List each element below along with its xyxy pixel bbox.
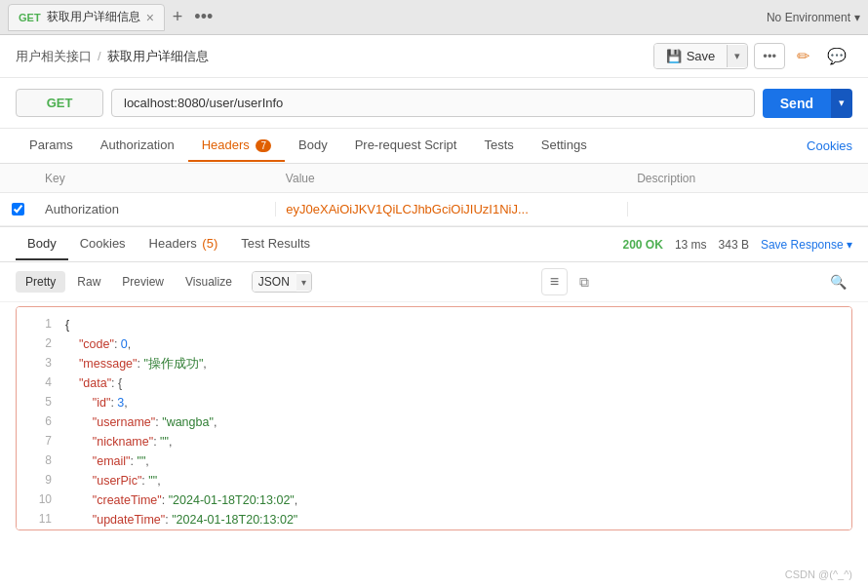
code-line: 10 "createTime": "2024-01-18T20:13:02", — [17, 490, 851, 510]
response-tabs: Body Cookies Headers (5) Test Results 20… — [0, 227, 868, 262]
save-button-group: 💾 Save ▾ — [653, 43, 749, 69]
save-dropdown-button[interactable]: ▾ — [727, 45, 747, 67]
format-select-wrap: JSON XML HTML Text ▾ — [252, 271, 312, 293]
toolbar-more-button[interactable]: ••• — [754, 43, 785, 69]
send-button-group: Send ▾ — [763, 89, 852, 118]
url-bar: GET POST PUT DELETE PATCH Send ▾ — [0, 78, 868, 129]
tab-headers[interactable]: Headers 7 — [188, 130, 285, 162]
method-select[interactable]: GET POST PUT DELETE PATCH — [16, 89, 103, 117]
headers-badge: 7 — [256, 139, 271, 152]
code-line: 7 "nickname": "", — [17, 432, 851, 451]
headers-table: Key Value Description Authorization eyJ0… — [0, 164, 868, 227]
active-tab[interactable]: GET 获取用户详细信息 × — [8, 4, 165, 31]
tab-bar: GET 获取用户详细信息 × + ••• No Environment ▾ — [0, 0, 868, 35]
header-row-1: Authorization eyJ0eXAiOiJKV1QiLCJhbGciOi… — [0, 193, 868, 226]
resp-tab-testresults[interactable]: Test Results — [229, 228, 322, 260]
code-line: 12 } — [17, 529, 851, 530]
code-line: 11 "updateTime": "2024-01-18T20:13:02" — [17, 510, 851, 529]
tab-method-badge: GET — [19, 12, 41, 23]
code-line: 1{ — [17, 315, 851, 334]
footer-watermark: CSDN @(^_^) — [785, 568, 852, 580]
fmt-tab-pretty[interactable]: Pretty — [16, 271, 65, 293]
code-line: 3 "message": "操作成功", — [17, 354, 851, 373]
tab-body[interactable]: Body — [285, 130, 341, 162]
code-line: 8 "email": "", — [17, 451, 851, 471]
tab-settings[interactable]: Settings — [528, 130, 601, 162]
header-key-cell[interactable]: Authorization — [35, 202, 276, 216]
format-select-arrow-icon[interactable]: ▾ — [296, 274, 311, 291]
col-value-header: Value — [276, 172, 627, 185]
tab-params[interactable]: Params — [16, 130, 87, 162]
save-label: Save — [687, 49, 716, 63]
response-body-code: 1{2 "code": 0,3 "message": "操作成功",4 "dat… — [16, 306, 852, 530]
header-value-cell[interactable]: eyJ0eXAiOiJKV1QiLCJhbGciOiJIUzI1NiJ... — [276, 202, 627, 216]
breadcrumb-parent[interactable]: 用户相关接口 — [16, 48, 92, 65]
copy-response-button[interactable]: ⧉ — [573, 270, 595, 294]
save-main-button[interactable]: 💾 Save — [654, 44, 728, 68]
code-line: 6 "username": "wangba", — [17, 412, 851, 432]
resp-headers-badge: (5) — [202, 236, 217, 251]
resp-tab-body[interactable]: Body — [16, 228, 68, 260]
tab-tests[interactable]: Tests — [470, 130, 527, 162]
environment-selector: No Environment ▾ — [767, 11, 860, 24]
tab-prerequest[interactable]: Pre-request Script — [341, 130, 471, 162]
col-key-header: Key — [0, 172, 276, 185]
tab-authorization[interactable]: Authorization — [87, 130, 188, 162]
url-input[interactable] — [111, 89, 755, 117]
resp-tab-headers[interactable]: Headers (5) — [138, 228, 230, 260]
breadcrumb-bar: 用户相关接口 / 获取用户详细信息 💾 Save ▾ ••• ✏ 💬 — [0, 35, 868, 78]
code-line: 4 "data": { — [17, 373, 851, 393]
add-tab-button[interactable]: + — [169, 7, 187, 27]
close-tab-button[interactable]: × — [146, 11, 154, 24]
fmt-tab-preview[interactable]: Preview — [112, 271, 174, 293]
status-size-label: 343 B — [719, 238, 749, 252]
status-ok-label: 200 OK — [623, 238, 663, 252]
save-response-button[interactable]: Save Response ▾ — [761, 238, 852, 252]
breadcrumb-actions: 💾 Save ▾ ••• ✏ 💬 — [653, 43, 852, 69]
tab-title: 获取用户详细信息 — [47, 9, 140, 25]
env-arrow-icon[interactable]: ▾ — [854, 11, 860, 24]
send-dropdown-button[interactable]: ▾ — [831, 89, 852, 118]
header-row-checkbox[interactable] — [0, 203, 35, 216]
breadcrumb-separator: / — [98, 49, 101, 63]
format-select[interactable]: JSON XML HTML Text — [253, 272, 296, 292]
env-label: No Environment — [767, 11, 850, 24]
request-tabs: Params Authorization Headers 7 Body Pre-… — [0, 129, 868, 164]
save-icon: 💾 — [666, 49, 682, 63]
code-line: 2 "code": 0, — [17, 334, 851, 354]
response-section: Body Cookies Headers (5) Test Results 20… — [0, 227, 868, 588]
headers-column-headers: Key Value Description — [0, 164, 868, 193]
format-bar: Pretty Raw Preview Visualize JSON XML HT… — [0, 262, 868, 302]
comment-button[interactable]: 💬 — [821, 43, 852, 69]
tab-more-button[interactable]: ••• — [190, 7, 217, 27]
code-line: 5 "id": 3, — [17, 393, 851, 412]
status-time-label: 13 ms — [675, 238, 707, 252]
breadcrumb-current: 获取用户详细信息 — [107, 48, 209, 65]
resp-tab-cookies[interactable]: Cookies — [68, 228, 138, 260]
breadcrumb: 用户相关接口 / 获取用户详细信息 — [16, 48, 209, 65]
search-response-button[interactable]: 🔍 — [824, 270, 852, 294]
send-button[interactable]: Send — [763, 89, 831, 118]
col-description-header: Description — [627, 172, 868, 185]
fmt-tab-visualize[interactable]: Visualize — [176, 271, 242, 293]
response-status: 200 OK 13 ms 343 B Save Response ▾ — [623, 238, 852, 252]
fmt-tab-raw[interactable]: Raw — [67, 271, 110, 293]
wrap-lines-button[interactable]: ≡ — [541, 268, 568, 295]
edit-button[interactable]: ✏ — [791, 43, 815, 69]
cookies-link[interactable]: Cookies — [807, 138, 852, 153]
code-line: 9 "userPic": "", — [17, 471, 851, 490]
